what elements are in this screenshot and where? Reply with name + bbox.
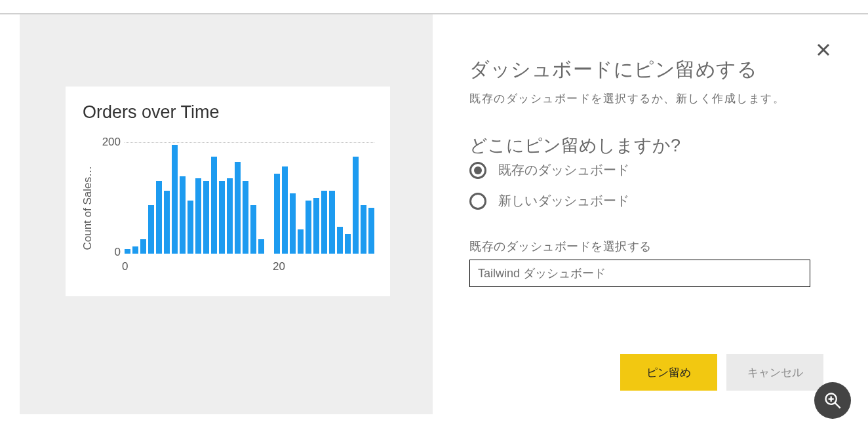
chart-bar <box>164 191 170 254</box>
chart-bar <box>172 145 178 254</box>
chart-bar <box>353 157 359 254</box>
chart-bar <box>132 246 138 254</box>
chart-bar <box>250 205 256 254</box>
chart-bar <box>258 239 264 254</box>
preview-pane: Orders over Time Count of Sales… 200 0 0… <box>20 14 433 414</box>
cancel-button[interactable]: キャンセル <box>726 354 823 391</box>
chart-bar <box>306 201 311 254</box>
chart-bar <box>180 176 186 254</box>
chart-bar <box>243 181 248 254</box>
chart-bar <box>368 208 374 254</box>
dashboard-select[interactable]: Tailwind ダッシュボード <box>469 260 810 287</box>
radio-icon <box>469 162 486 179</box>
preview-tile: Orders over Time Count of Sales… 200 0 0… <box>66 87 390 296</box>
chart-bar <box>274 174 280 254</box>
x-tick-right: 20 <box>273 260 285 273</box>
chart-bar <box>298 229 304 254</box>
close-button[interactable] <box>812 38 835 62</box>
chart-bar <box>345 234 351 254</box>
dialog-title: ダッシュボードにピン留めする <box>469 56 814 83</box>
y-axis-ticks: 200 0 <box>94 142 125 273</box>
form-pane: ダッシュボードにピン留めする 既存のダッシュボードを選択するか、新しく作成します… <box>433 14 851 414</box>
select-dashboard-label: 既存のダッシュボードを選択する <box>469 239 814 254</box>
chart-bar <box>195 178 201 254</box>
chart-bar <box>329 191 335 254</box>
zoom-button[interactable] <box>814 382 851 419</box>
radio-new-dashboard[interactable]: 新しいダッシュボード <box>469 192 814 210</box>
pin-button[interactable]: ピン留め <box>620 354 717 391</box>
pin-to-dashboard-dialog: Orders over Time Count of Sales… 200 0 0… <box>20 14 851 414</box>
y-tick-bottom: 0 <box>115 246 121 259</box>
chart-bar <box>203 181 209 254</box>
dialog-subtitle: 既存のダッシュボードを選択するか、新しく作成します。 <box>469 91 814 106</box>
chart-bar <box>321 191 327 254</box>
chart-bar <box>313 198 319 254</box>
chart-bar <box>337 227 343 254</box>
dialog-actions: ピン留め キャンセル <box>620 354 823 391</box>
y-tick-top: 200 <box>102 136 121 149</box>
radio-existing-label: 既存のダッシュボード <box>498 161 629 179</box>
chart-area: Count of Sales… 200 0 0 20 <box>81 142 374 273</box>
chart-bar <box>125 249 130 254</box>
chart-bar <box>290 193 296 254</box>
chart-bar <box>140 239 146 254</box>
radio-dot-icon <box>474 166 482 174</box>
svg-line-3 <box>835 403 840 408</box>
chart-bar <box>211 157 217 254</box>
y-axis-label: Count of Sales… <box>81 166 94 250</box>
where-to-pin-heading: どこにピン留めしますか? <box>469 134 814 157</box>
chart-bar <box>219 181 225 254</box>
chart-bar <box>148 205 154 254</box>
chart-bar <box>227 178 233 254</box>
zoom-in-icon <box>823 391 842 410</box>
x-tick-left: 0 <box>122 260 128 273</box>
chart-bar <box>235 162 241 254</box>
radio-icon <box>469 193 486 210</box>
chart-bar <box>361 205 366 254</box>
radio-existing-dashboard[interactable]: 既存のダッシュボード <box>469 161 814 179</box>
chart-bar <box>156 181 162 254</box>
gridline <box>125 142 374 143</box>
chart-plot: 0 20 <box>125 142 374 273</box>
close-icon <box>816 42 831 58</box>
dashboard-select-value: Tailwind ダッシュボード <box>478 265 606 281</box>
chart-bar <box>187 201 193 254</box>
chart-bar <box>282 166 288 254</box>
radio-new-label: 新しいダッシュボード <box>498 192 629 210</box>
tile-title: Orders over Time <box>83 102 374 123</box>
